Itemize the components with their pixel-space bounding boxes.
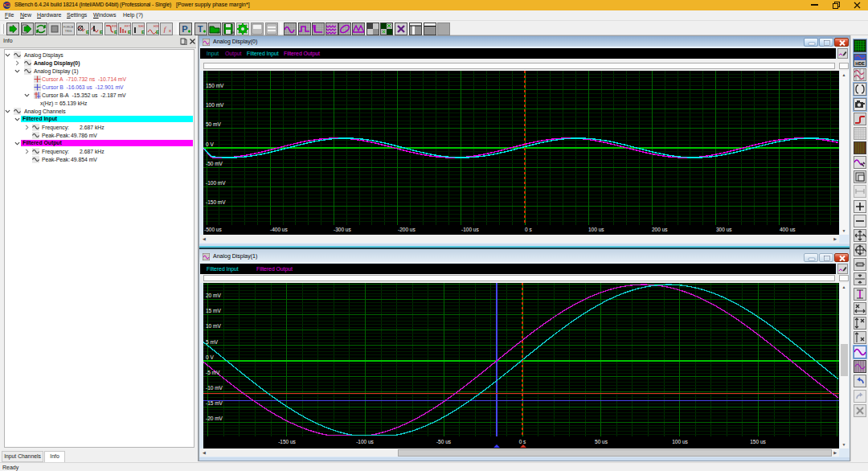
- svg-text:SEG: SEG: [231, 31, 235, 35]
- svg-text:E: E: [141, 30, 145, 35]
- svg-text:SHO: SHO: [138, 24, 145, 28]
- svg-text:P: P: [182, 24, 187, 34]
- svg-text:E: E: [128, 30, 131, 35]
- svg-text:FFT: FFT: [125, 24, 131, 28]
- svg-text:FORCE: FORCE: [63, 26, 74, 29]
- svg-text:TRIG: TRIG: [65, 30, 72, 33]
- svg-text:E: E: [86, 30, 89, 35]
- svg-text:E: E: [156, 30, 159, 35]
- svg-text:HDE: HDE: [855, 61, 865, 66]
- svg-text:FIR: FIR: [112, 24, 117, 28]
- svg-text:x: x: [169, 28, 171, 33]
- svg-text:PIC: PIC: [217, 31, 221, 35]
- svg-text:HIST: HIST: [154, 24, 159, 28]
- svg-text:T: T: [198, 24, 203, 34]
- svg-text:E: E: [114, 30, 117, 35]
- svg-text:E: E: [100, 30, 103, 35]
